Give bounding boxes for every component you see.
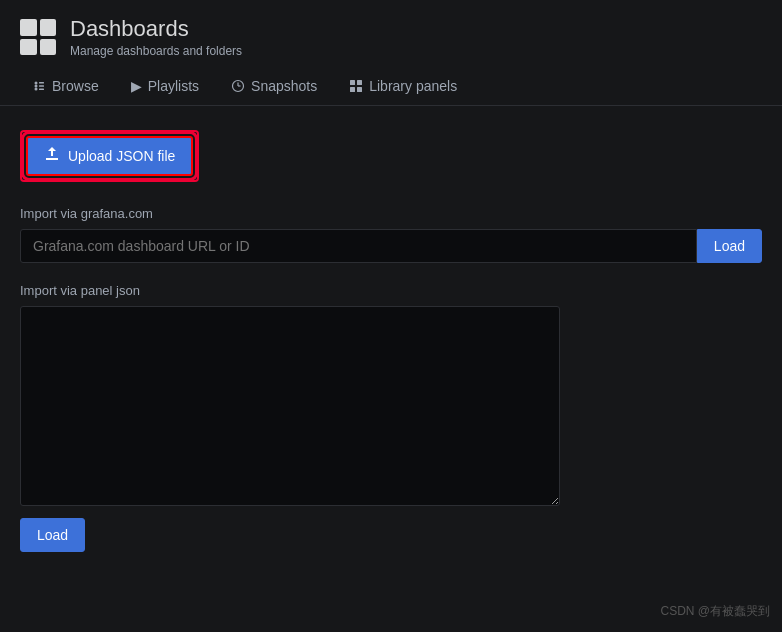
svg-rect-12 [357,87,362,92]
tab-browse[interactable]: Browse [16,68,115,106]
nav-tabs: Browse ▶ Playlists Snapshots Library pan… [0,68,782,106]
svg-rect-3 [39,82,44,84]
svg-rect-5 [39,89,44,91]
import-grafana-label: Import via grafana.com [20,206,762,221]
main-content: Upload JSON file Import via grafana.com … [0,106,782,596]
svg-rect-10 [357,80,362,85]
page-header: Dashboards Manage dashboards and folders [0,0,782,68]
upload-button-label: Upload JSON file [68,148,175,164]
header-text: Dashboards Manage dashboards and folders [70,16,242,58]
import-grafana-input-row: Load [20,229,762,263]
upload-json-button[interactable]: Upload JSON file [26,136,193,176]
panel-json-textarea[interactable] [20,306,560,506]
page-subtitle: Manage dashboards and folders [70,44,242,58]
playlists-icon: ▶ [131,78,142,94]
upload-section: Upload JSON file [20,130,762,182]
dashboards-icon [20,19,56,55]
library-panels-icon [349,79,363,93]
svg-rect-4 [39,86,44,88]
load-grafana-button[interactable]: Load [697,229,762,263]
watermark: CSDN @有被蠢哭到 [660,603,770,620]
grafana-url-input[interactable] [20,229,697,263]
import-panel-label: Import via panel json [20,283,762,298]
svg-point-0 [35,82,38,85]
import-panel-section: Import via panel json Load [20,283,762,552]
tab-playlists-label: Playlists [148,78,199,94]
svg-rect-9 [350,80,355,85]
svg-rect-11 [350,87,355,92]
tab-snapshots-label: Snapshots [251,78,317,94]
import-grafana-section: Import via grafana.com Load [20,206,762,263]
tab-browse-label: Browse [52,78,99,94]
upload-btn-wrapper: Upload JSON file [20,130,199,182]
upload-icon [44,146,60,166]
browse-icon [32,79,46,93]
svg-point-1 [35,85,38,88]
svg-point-2 [35,88,38,91]
tab-library-panels[interactable]: Library panels [333,68,473,106]
tab-playlists[interactable]: ▶ Playlists [115,68,215,106]
snapshots-icon [231,79,245,93]
load-panel-button[interactable]: Load [20,518,85,552]
page-title: Dashboards [70,16,242,42]
tab-library-panels-label: Library panels [369,78,457,94]
tab-snapshots[interactable]: Snapshots [215,68,333,106]
